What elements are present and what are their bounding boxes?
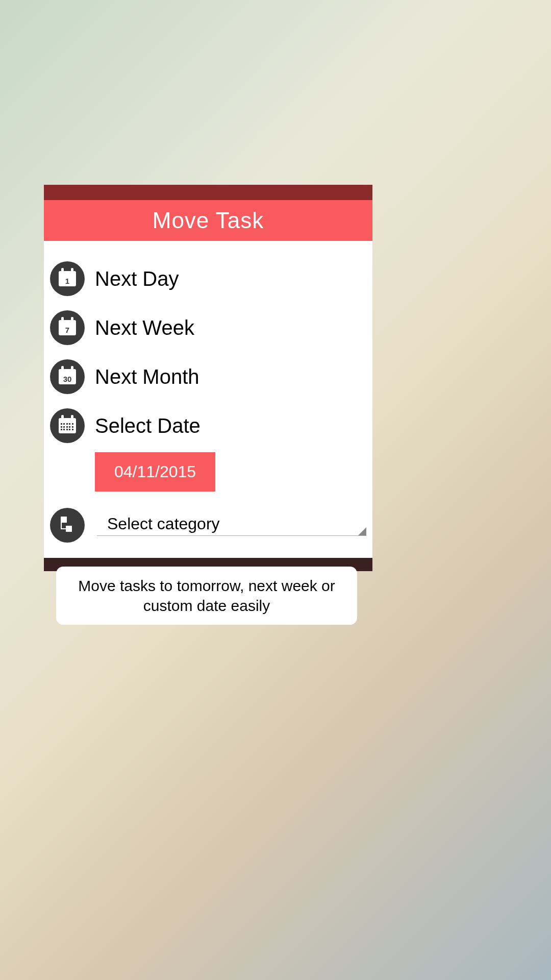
calendar-day-icon: 1 [50,261,85,296]
icon-day-number: 1 [65,277,69,285]
category-row: Select category [50,503,366,548]
option-next-month[interactable]: 30 Next Month [50,354,366,399]
calendar-month-icon: 30 [50,359,85,394]
option-next-day[interactable]: 1 Next Day [50,256,366,301]
option-label: Next Day [95,267,179,290]
category-dropdown[interactable]: Select category [97,514,366,536]
option-next-week[interactable]: 7 Next Week [50,305,366,350]
calendar-week-icon: 7 [50,310,85,345]
category-placeholder: Select category [97,514,220,533]
option-select-date[interactable]: Select Date [50,403,366,448]
caption-text: Move tasks to tomorrow, next week or cus… [78,577,335,614]
calendar-select-icon [50,408,85,443]
dialog-title: Move Task [153,208,264,233]
option-label: Select Date [95,414,201,437]
move-task-dialog: Move Task 1 Next Day 7 Next Week [44,185,372,571]
background-strip-top [44,185,372,200]
dropdown-indicator-icon [358,527,366,535]
dialog-body: 1 Next Day 7 Next Week 30 Next Month [44,241,372,558]
category-tree-icon [50,508,85,543]
icon-month-number: 30 [63,375,72,383]
dialog-header: Move Task [44,200,372,241]
instruction-caption: Move tasks to tomorrow, next week or cus… [56,567,357,625]
option-label: Next Month [95,365,199,388]
selected-date-value: 04/11/2015 [114,462,196,481]
date-picker-button[interactable]: 04/11/2015 [95,452,215,492]
icon-week-number: 7 [65,326,69,334]
option-label: Next Week [95,316,194,339]
